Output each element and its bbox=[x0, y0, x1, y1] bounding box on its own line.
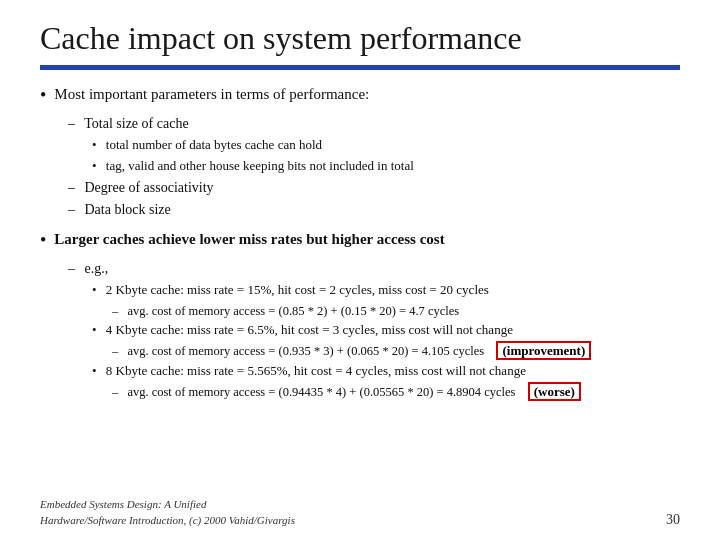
bullet-1-text: Most important parameters in terms of pe… bbox=[54, 84, 369, 106]
sub3-4k: – avg. cost of memory access = (0.935 * … bbox=[112, 342, 680, 361]
slide-title: Cache impact on system performance bbox=[40, 20, 680, 57]
worse-badge: (worse) bbox=[528, 382, 581, 401]
dash3-8k: – bbox=[112, 385, 118, 399]
footer: Embedded Systems Design: A Unified Hardw… bbox=[40, 497, 680, 528]
sub2a-dot: • bbox=[92, 137, 97, 152]
sub2-8k-text: 8 Kbyte cache: miss rate = 5.565%, hit c… bbox=[106, 363, 526, 378]
sub2-8k-dot: • bbox=[92, 363, 97, 378]
dash3-4k: – bbox=[112, 344, 118, 358]
sub3-4k-text: avg. cost of memory access = (0.935 * 3)… bbox=[127, 344, 484, 358]
sub2-4k: • 4 Kbyte cache: miss rate = 6.5%, hit c… bbox=[92, 321, 680, 340]
blue-divider bbox=[40, 65, 680, 70]
content-area: • Most important parameters in terms of … bbox=[40, 84, 680, 401]
page-number: 30 bbox=[666, 512, 680, 528]
dash-icon-3: – bbox=[68, 202, 75, 217]
sub2b: • tag, valid and other house keeping bit… bbox=[92, 157, 680, 176]
footer-citation: Embedded Systems Design: A Unified Hardw… bbox=[40, 497, 295, 528]
sub2a: • total number of data bytes cache can h… bbox=[92, 136, 680, 155]
bullet-1-icon: • bbox=[40, 82, 46, 108]
dash3-2k: – bbox=[112, 304, 118, 318]
improvement-badge: (improvement) bbox=[496, 341, 591, 360]
sub2-4k-text: 4 Kbyte cache: miss rate = 6.5%, hit cos… bbox=[106, 322, 513, 337]
sub3-2k: – avg. cost of memory access = (0.85 * 2… bbox=[112, 302, 680, 320]
sub-eg: – e.g., bbox=[68, 259, 680, 279]
bullet-2-text: Larger caches achieve lower miss rates b… bbox=[54, 229, 444, 251]
sub2b-text: tag, valid and other house keeping bits … bbox=[106, 158, 414, 173]
sub2-2k-text: 2 Kbyte cache: miss rate = 15%, hit cost… bbox=[106, 282, 489, 297]
sub1b: – Degree of associativity bbox=[68, 178, 680, 198]
sub1b-text: Degree of associativity bbox=[85, 180, 214, 195]
sub3-8k-text: avg. cost of memory access = (0.94435 * … bbox=[127, 385, 515, 399]
eg-text: e.g., bbox=[85, 261, 109, 276]
bullet-1: • Most important parameters in terms of … bbox=[40, 84, 680, 108]
sub2-8k: • 8 Kbyte cache: miss rate = 5.565%, hit… bbox=[92, 362, 680, 381]
footer-line1: Embedded Systems Design: A Unified bbox=[40, 497, 295, 512]
sub2-2k-dot: • bbox=[92, 282, 97, 297]
sub3-2k-text: avg. cost of memory access = (0.85 * 2) … bbox=[127, 304, 459, 318]
dash-icon-2: – bbox=[68, 180, 75, 195]
sub2b-dot: • bbox=[92, 158, 97, 173]
sub2-2k: • 2 Kbyte cache: miss rate = 15%, hit co… bbox=[92, 281, 680, 300]
sub3-8k: – avg. cost of memory access = (0.94435 … bbox=[112, 383, 680, 402]
slide: Cache impact on system performance • Mos… bbox=[0, 0, 720, 540]
dash-icon-1: – bbox=[68, 116, 75, 131]
sub1c-text: Data block size bbox=[85, 202, 171, 217]
sub1c: – Data block size bbox=[68, 200, 680, 220]
sub1a-text: Total size of cache bbox=[84, 116, 188, 131]
bullet-2: • Larger caches achieve lower miss rates… bbox=[40, 229, 680, 253]
dash-eg: – bbox=[68, 261, 75, 276]
sub2-4k-dot: • bbox=[92, 322, 97, 337]
bullet-2-icon: • bbox=[40, 227, 46, 253]
footer-line2: Hardware/Software Introduction, (c) 2000… bbox=[40, 513, 295, 528]
sub2a-text: total number of data bytes cache can hol… bbox=[106, 137, 322, 152]
sub1a: – Total size of cache bbox=[68, 114, 680, 134]
